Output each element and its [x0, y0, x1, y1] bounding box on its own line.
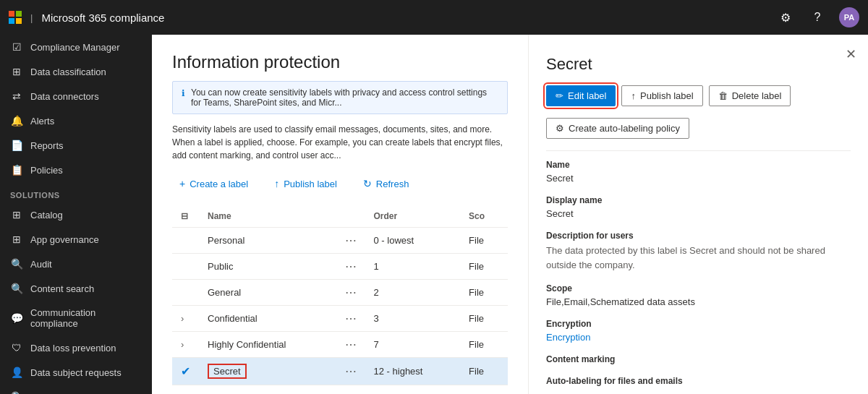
- refresh-icon: ↻: [363, 178, 372, 189]
- row-ellipsis[interactable]: ⋯: [336, 280, 365, 306]
- sidebar-item-communication-compliance[interactable]: 💬 Communication compliance: [0, 301, 152, 335]
- description-text: Sensitivity labels are used to classify …: [172, 123, 508, 162]
- sidebar-label-data-connectors: Data connectors: [30, 91, 99, 102]
- row-scope: File: [460, 254, 508, 280]
- field-display-name: Display name Secret: [546, 195, 851, 219]
- edit-icon: ✏: [556, 90, 563, 101]
- sidebar-label-audit: Audit: [30, 259, 52, 270]
- refresh-button[interactable]: ↻ Refresh: [356, 174, 417, 194]
- field-auto-labeling-label: Auto-labeling for files and emails: [546, 376, 851, 386]
- sidebar-item-audit[interactable]: 🔍 Audit: [0, 252, 152, 276]
- sidebar-label-reports: Reports: [30, 140, 64, 151]
- sidebar-label-data-loss-prevention: Data loss prevention: [30, 343, 116, 354]
- plus-icon: +: [179, 178, 185, 189]
- col-name: Name: [199, 205, 336, 228]
- detail-panel: ✕ Secret ✏ Edit label ↑ Publish label 🗑 …: [528, 35, 868, 394]
- publish-label-text: Publish label: [640, 90, 694, 101]
- detail-title: Secret: [546, 55, 851, 74]
- audit-icon: 🔍: [10, 258, 23, 270]
- sidebar-label-catalog: Catalog: [30, 210, 63, 220]
- table-row[interactable]: › Confidential ⋯ 3 File: [172, 306, 508, 332]
- sidebar-label-communication-compliance: Communication compliance: [30, 307, 142, 329]
- row-order: 2: [365, 280, 461, 306]
- delete-label-button[interactable]: 🗑 Delete label: [709, 85, 791, 106]
- row-ellipsis[interactable]: ⋯: [336, 332, 365, 358]
- field-description-label: Description for users: [546, 231, 851, 241]
- row-scope: File: [460, 358, 508, 385]
- microsoft-icon: [9, 11, 22, 24]
- main-panel: Information protection ℹ You can now cre…: [152, 35, 528, 394]
- app-logo: | Microsoft 365 compliance: [9, 11, 164, 24]
- field-content-marking-label: Content marking: [546, 354, 851, 364]
- info-text: You can now create sensitivity labels wi…: [191, 87, 498, 108]
- create-label-button[interactable]: + Create a label: [172, 174, 255, 194]
- sidebar-label-data-subject-requests: Data subject requests: [30, 367, 122, 378]
- delete-icon: 🗑: [718, 90, 728, 101]
- edit-label-button[interactable]: ✏ Edit label: [546, 85, 616, 106]
- sidebar-item-data-connectors[interactable]: ⇄ Data connectors: [0, 84, 152, 108]
- row-scope: File: [460, 228, 508, 254]
- reports-icon: 📄: [10, 140, 23, 151]
- sidebar-label-ediscovery: eDiscovery: [30, 392, 77, 395]
- row-ellipsis[interactable]: ⋯: [336, 358, 365, 385]
- data-class-icon: ⊞: [10, 66, 23, 77]
- col-select: ⊟: [172, 205, 199, 228]
- row-checkbox: ›: [172, 306, 199, 332]
- publish-label-button[interactable]: ↑ Publish label: [621, 85, 702, 106]
- settings-icon[interactable]: ⚙: [775, 7, 796, 27]
- alerts-icon: 🔔: [10, 115, 23, 127]
- avatar[interactable]: PA: [839, 7, 859, 27]
- row-scope: File: [460, 306, 508, 332]
- sidebar-item-catalog[interactable]: ⊞ Catalog: [0, 202, 152, 227]
- publish-icon: ↑: [631, 90, 636, 101]
- field-display-name-label: Display name: [546, 195, 851, 205]
- sidebar-item-content-search[interactable]: 🔍 Content search: [0, 276, 152, 301]
- sidebar-item-policies[interactable]: 📋 Policies: [0, 158, 152, 182]
- sidebar-label-policies: Policies: [30, 165, 63, 176]
- field-scope-label: Scope: [546, 283, 851, 294]
- policies-icon: 📋: [10, 164, 23, 176]
- table-row[interactable]: Personal ⋯ 0 - lowest File: [172, 228, 508, 254]
- sidebar-item-reports[interactable]: 📄 Reports: [0, 133, 152, 158]
- table-row-selected[interactable]: ✔ Secret ⋯ 12 - highest File: [172, 358, 508, 385]
- row-order: 0 - lowest: [365, 228, 461, 254]
- connectors-icon: ⇄: [10, 90, 23, 102]
- row-checkbox: [172, 228, 199, 254]
- sidebar-item-data-loss-prevention[interactable]: 🛡 Data loss prevention: [0, 335, 152, 360]
- sidebar-item-data-classification[interactable]: ⊞ Data classification: [0, 59, 152, 84]
- table-row[interactable]: › Highly Confidential ⋯ 7 File: [172, 332, 508, 358]
- detail-close-button[interactable]: ✕: [846, 46, 856, 62]
- row-name-secret: Secret: [199, 358, 336, 385]
- help-icon[interactable]: ?: [807, 7, 827, 27]
- toolbar: + Create a label ↑ Publish label ↻ Refre…: [172, 174, 508, 194]
- create-auto-label-button[interactable]: ⚙ Create auto-labeling policy: [546, 118, 689, 139]
- row-ellipsis[interactable]: ⋯: [336, 306, 365, 332]
- sidebar-item-compliance-manager[interactable]: ☑ Compliance Manager: [0, 35, 152, 59]
- sidebar-item-ediscovery[interactable]: 🔍 eDiscovery: [0, 385, 152, 394]
- row-order: 3: [365, 306, 461, 332]
- table-row[interactable]: General ⋯ 2 File: [172, 280, 508, 306]
- field-description: Description for users The data protected…: [546, 231, 851, 272]
- field-encryption-value[interactable]: Encryption: [546, 332, 851, 343]
- field-description-value: The data protected by this label is Secr…: [546, 244, 851, 272]
- row-ellipsis[interactable]: ⋯: [336, 228, 365, 254]
- row-scope: File: [460, 332, 508, 358]
- field-name: Name Secret: [546, 160, 851, 184]
- edit-label-text: Edit label: [568, 90, 606, 101]
- labels-table: ⊟ Name Order Sco Personal ⋯ 0 - lowest: [172, 205, 508, 385]
- sidebar-label-content-search: Content search: [30, 283, 94, 294]
- field-scope: Scope File,Email,Schematized data assets: [546, 283, 851, 307]
- sidebar-label-alerts: Alerts: [30, 116, 54, 127]
- sidebar-item-app-governance[interactable]: ⊞ App governance: [0, 227, 152, 252]
- table-row[interactable]: Public ⋯ 1 File: [172, 254, 508, 280]
- sidebar-item-alerts[interactable]: 🔔 Alerts: [0, 108, 152, 133]
- row-order: 1: [365, 254, 461, 280]
- publish-label-text: Publish label: [284, 179, 337, 189]
- dsr-icon: 👤: [10, 367, 23, 378]
- create-label-text: Create a label: [190, 179, 248, 189]
- publish-label-button[interactable]: ↑ Publish label: [267, 174, 344, 194]
- row-ellipsis[interactable]: ⋯: [336, 254, 365, 280]
- auto-label-icon: ⚙: [556, 123, 564, 134]
- sidebar-item-data-subject-requests[interactable]: 👤 Data subject requests: [0, 360, 152, 385]
- row-name: Confidential: [199, 306, 336, 332]
